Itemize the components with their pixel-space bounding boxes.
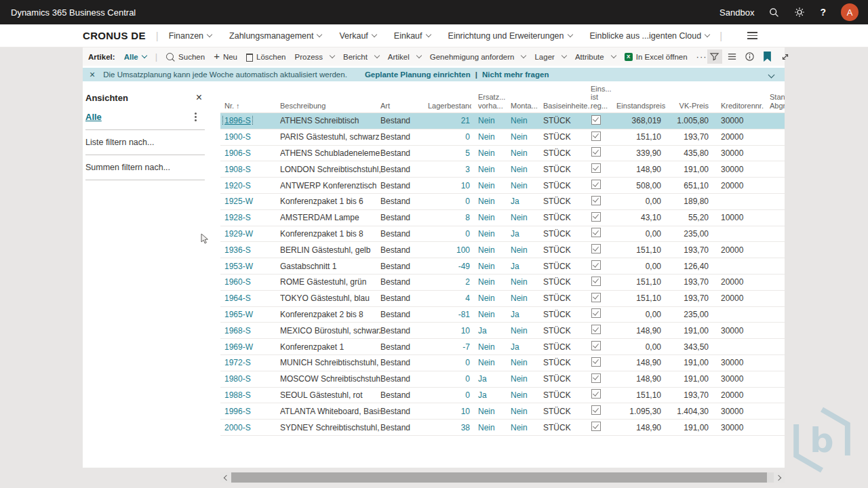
cell-basiseinheit[interactable]: STÜCK (543, 197, 591, 206)
nav-item-zahlungsmanagement[interactable]: Zahlungsmanagement (229, 31, 321, 41)
cell-beschreibung[interactable]: ANTWERP Konferenztisch (280, 181, 380, 190)
hamburger-menu-icon[interactable] (747, 32, 757, 39)
table-row[interactable]: 1929-WKonferenzpaket 1 bis 8Bestand0Nein… (220, 226, 785, 243)
cell-kreditorennr[interactable]: 10000 (721, 213, 764, 222)
cell-kreditorennr[interactable]: 20000 (721, 293, 764, 303)
registered-checkbox[interactable] (591, 131, 601, 141)
registered-checkbox[interactable] (591, 405, 601, 415)
cell-art[interactable]: Bestand (380, 277, 428, 287)
cell-beschreibung[interactable]: Konferenzpaket 1 (280, 342, 380, 352)
cell-nr[interactable]: 2000-S (220, 423, 268, 432)
cell-einstandspreis[interactable]: 0,00 (616, 229, 672, 239)
cell-vk-preis[interactable]: 651,10 (672, 181, 721, 190)
close-icon[interactable]: × (90, 70, 95, 79)
column-header-standa[interactable]: StandaAbgre (764, 93, 785, 113)
cell-montage[interactable]: Nein (511, 116, 543, 125)
table-row[interactable]: 1996-SATLANTA Whiteboard, BasisBestand10… (220, 403, 785, 420)
cell-ersatzteile[interactable]: Nein (471, 229, 511, 239)
table-row[interactable]: 1988-SSEOUL Gästestuhl, rotBestand0JaNei… (220, 388, 785, 404)
item-no-link[interactable]: 1964-S (224, 293, 251, 303)
cell-einstandspreis[interactable]: 151,10 (616, 293, 672, 303)
column-header-basiseinheit[interactable]: Basiseinheite... (543, 102, 591, 113)
cell-nr[interactable]: 1960-S (220, 277, 268, 287)
cell-vk-preis[interactable]: 191,00 (672, 326, 721, 336)
cell-art[interactable]: Bestand (380, 181, 428, 190)
item-no-link[interactable]: 1980-S (224, 374, 251, 384)
item-no-link[interactable]: 1996-S (224, 407, 251, 416)
cell-ersatzteile[interactable]: Nein (471, 342, 511, 352)
cell-beschreibung[interactable]: AMSTERDAM Lampe (280, 213, 380, 222)
cell-art[interactable]: Bestand (380, 358, 428, 367)
cell-einstandspreis[interactable]: 0,00 (616, 197, 672, 206)
cell-nr[interactable]: 1969-W (220, 342, 268, 352)
cell-ersatzteile[interactable]: Nein (471, 132, 511, 142)
cell-art[interactable]: Bestand (380, 390, 428, 400)
cell-vk-preis[interactable]: 126,40 (672, 262, 721, 271)
cell-kreditorennr[interactable]: 20000 (721, 245, 764, 255)
cell-ersatzteile[interactable]: Nein (471, 245, 511, 255)
cell-ersatzteile[interactable]: Ja (471, 390, 511, 400)
cell-nr[interactable]: 1925-W (220, 197, 268, 206)
cell-basiseinheit[interactable]: STÜCK (543, 213, 591, 222)
cell-kreditorennr[interactable]: 20000 (721, 390, 764, 400)
cell-einstandspreis[interactable]: 148,90 (616, 423, 672, 432)
gear-icon[interactable] (794, 7, 805, 18)
column-header-ersatz[interactable]: Ersatz...vorha... (471, 93, 511, 113)
nav-item-einrichtung-und-erweiterungen[interactable]: Einrichtung und Erweiterungen (448, 31, 572, 41)
cell-lagerbestand[interactable]: 0 (428, 132, 471, 142)
cell-basiseinheit[interactable]: STÜCK (543, 293, 591, 303)
cell-ersatzteile[interactable]: Nein (471, 358, 511, 367)
cell-lagerbestand[interactable]: 4 (428, 293, 471, 303)
registered-checkbox[interactable] (591, 196, 601, 205)
view-options-icon[interactable] (195, 116, 197, 118)
cell-montage[interactable]: Nein (511, 277, 543, 287)
cell-nr[interactable]: 1896-S (220, 116, 268, 125)
table-row[interactable]: 1925-WKonferenzpaket 1 bis 6Bestand0Nein… (220, 194, 785, 210)
registered-checkbox[interactable] (591, 277, 601, 286)
cell-beschreibung[interactable]: ATLANTA Whiteboard, Basis (280, 407, 380, 416)
cell-lagerbestand[interactable]: 5 (428, 148, 471, 158)
item-no-link[interactable]: 1929-W (224, 229, 253, 239)
cell-kreditorennr[interactable]: 20000 (721, 132, 764, 142)
cell-basiseinheit[interactable]: STÜCK (543, 116, 591, 125)
cell-vk-preis[interactable]: 55,20 (672, 213, 721, 222)
toolbar-action-suchen[interactable]: Suchen (166, 53, 205, 61)
cell-montage[interactable]: Nein (511, 407, 543, 416)
cell-beschreibung[interactable]: MOSCOW Schreibtischstuhl, rot (280, 374, 380, 384)
nav-item-verkauf[interactable]: Verkauf (339, 31, 376, 41)
registered-checkbox[interactable] (591, 260, 601, 270)
cell-kreditorennr[interactable]: 30000 (721, 148, 764, 158)
scrollbar-thumb[interactable] (231, 472, 767, 483)
toolbar-action-lager[interactable]: Lager (534, 53, 566, 61)
cell-einstandspreis[interactable]: 1.095,30 (616, 407, 672, 416)
table-row[interactable]: 1953-WGastabschnitt 1Bestand-49NeinJaSTÜ… (220, 258, 785, 274)
cell-nr[interactable]: 1900-S (220, 132, 268, 142)
item-no-link[interactable]: 1906-S (224, 148, 251, 158)
cell-einstandspreis[interactable]: 148,90 (616, 165, 672, 174)
cell-vk-preis[interactable]: 189,80 (672, 197, 721, 206)
cell-vk-preis[interactable]: 235,00 (672, 229, 721, 239)
item-no-link[interactable]: 1972-S (224, 358, 251, 367)
item-no-link[interactable]: 1965-W (224, 310, 253, 319)
company-name[interactable]: CRONUS DE (83, 30, 146, 41)
cell-montage[interactable]: Nein (511, 390, 543, 400)
help-icon[interactable]: ? (820, 7, 826, 18)
cell-basiseinheit[interactable]: STÜCK (543, 423, 591, 432)
item-no-link[interactable]: 1908-S (224, 165, 251, 174)
cell-vk-preis[interactable]: 191,00 (672, 374, 721, 384)
cell-vk-preis[interactable]: 235,00 (672, 310, 721, 319)
cell-nr[interactable]: 1908-S (220, 165, 268, 174)
cell-einstandspreis[interactable]: 339,90 (616, 148, 672, 158)
item-no-link[interactable]: 1928-S (224, 213, 251, 222)
column-header-art[interactable]: Art (380, 102, 428, 113)
table-row[interactable]: 1936-SBERLIN Gästestuhl, gelbBestand100N… (220, 242, 785, 258)
cell-art[interactable]: Bestand (380, 213, 428, 222)
cell-einstandspreis[interactable]: 148,90 (616, 374, 672, 384)
cell-kreditorennr[interactable]: 30000 (721, 165, 764, 174)
cell-montage[interactable]: Ja (511, 197, 543, 206)
table-row[interactable]: 1908-SLONDON Schreibtischstuhl, blauBest… (220, 161, 785, 178)
cell-lagerbestand[interactable]: 0 (428, 374, 471, 384)
cell-kreditorennr[interactable]: 20000 (721, 277, 764, 287)
cell-nr[interactable]: 1928-S (220, 213, 268, 222)
cell-lagerbestand[interactable]: -81 (428, 310, 471, 319)
